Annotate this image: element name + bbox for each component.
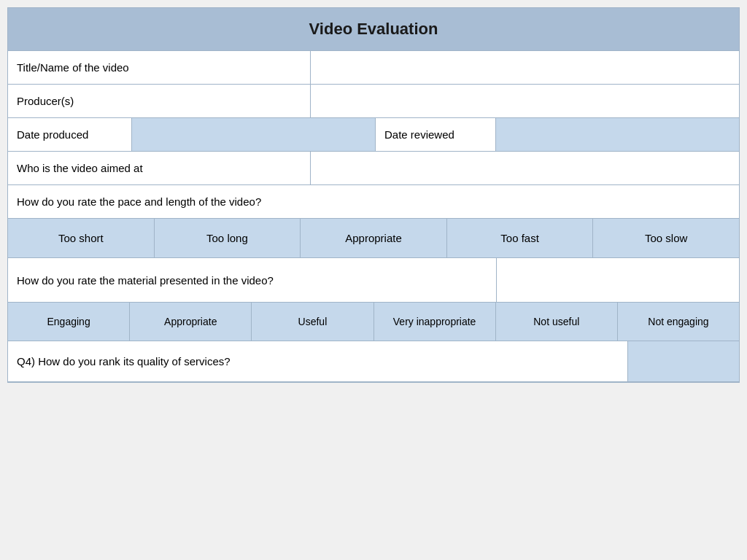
title-label: Title/Name of the video <box>8 51 311 84</box>
date-produced-value[interactable] <box>132 118 376 151</box>
date-reviewed-label: Date reviewed <box>376 118 496 151</box>
pace-question: How do you rate the pace and length of t… <box>8 185 739 218</box>
material-question-value[interactable] <box>497 258 739 302</box>
option-too-short[interactable]: Too short <box>8 219 155 257</box>
option-too-fast[interactable]: Too fast <box>447 219 594 257</box>
option-engaging[interactable]: Engaging <box>8 303 130 341</box>
date-produced-label: Date produced <box>8 118 132 151</box>
option-very-inappropriate[interactable]: Very inappropriate <box>374 303 496 341</box>
aimed-at-value[interactable] <box>311 152 739 184</box>
option-not-engaging[interactable]: Not engaging <box>618 303 739 341</box>
producer-label: Producer(s) <box>8 85 311 117</box>
pace-options-row: Too short Too long Appropriate Too fast … <box>8 219 739 258</box>
q4-label: Q4) How do you rank its quality of servi… <box>8 341 628 381</box>
material-options-row: Engaging Appropriate Useful Very inappro… <box>8 303 739 341</box>
option-too-slow[interactable]: Too slow <box>593 219 739 257</box>
title-value[interactable] <box>311 51 739 84</box>
material-question: How do you rate the material presented i… <box>8 258 497 302</box>
producer-value[interactable] <box>311 85 739 117</box>
option-useful[interactable]: Useful <box>252 303 374 341</box>
option-too-long[interactable]: Too long <box>155 219 301 257</box>
date-reviewed-value[interactable] <box>496 118 739 151</box>
form-title: Video Evaluation <box>8 8 739 51</box>
option-appropriate[interactable]: Appropriate <box>301 219 447 257</box>
option-appropriate-material[interactable]: Appropriate <box>130 303 252 341</box>
aimed-at-label: Who is the video aimed at <box>8 152 311 184</box>
q4-value[interactable] <box>628 341 739 381</box>
option-not-useful[interactable]: Not useful <box>496 303 618 341</box>
